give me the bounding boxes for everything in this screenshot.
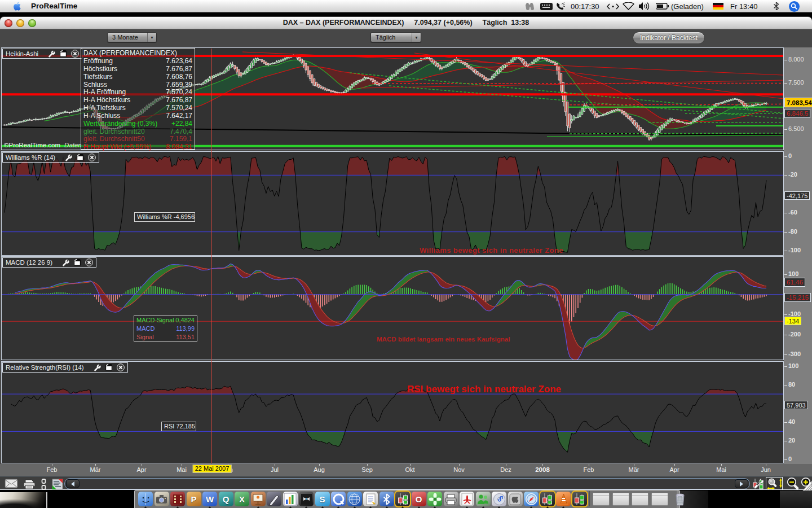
report-icon[interactable] [52, 479, 63, 490]
window-resize-grip[interactable] [802, 481, 812, 491]
menu-bar: ProRealTime 00:17:30 (Geladen) Fr 13:40 [0, 0, 812, 12]
window-copy-icon[interactable] [59, 50, 67, 58]
time-axis[interactable]: FebMärAprMaiJunJulAugSepOktNovDez2008Feb… [0, 464, 812, 476]
application-window: DAX – DAX (PERFORMANCEINDEX)7.094,37 (+0… [0, 17, 812, 490]
axis-tick-label: 6.500 [788, 125, 804, 132]
close-panel-icon[interactable] [71, 50, 79, 58]
dock-item-iphoto[interactable] [155, 492, 169, 506]
dock-item-vlc[interactable] [556, 492, 571, 506]
williams-chart-canvas[interactable] [2, 152, 783, 255]
battery-icon[interactable] [656, 0, 669, 12]
month-label: Apr [669, 466, 679, 473]
dock-item-safari[interactable] [524, 492, 539, 506]
window-copy-icon[interactable] [73, 259, 81, 266]
close-panel-icon[interactable] [88, 154, 96, 161]
dock-minimized-window[interactable] [612, 493, 629, 506]
scroll-left-button[interactable] [66, 479, 80, 488]
dock-item-keynote[interactable] [251, 492, 266, 506]
scroll-right-button[interactable] [735, 479, 748, 488]
horizontal-scrollbar[interactable] [64, 478, 750, 489]
dock[interactable]: PWQXSO [134, 490, 680, 508]
link-icon[interactable] [41, 479, 47, 490]
battery-status[interactable]: (Geladen) [671, 0, 704, 12]
dock-item-chart[interactable] [283, 492, 298, 506]
wrench-icon[interactable] [94, 364, 101, 371]
panel-macd[interactable]: MACD (12 26 9) MACD-Signal0,4824MACD113,… [1, 256, 784, 360]
info-row: Höchstkurs7.676,87 [83, 65, 192, 73]
indicator-backtest-button[interactable]: Indikator / Backtest [633, 32, 705, 44]
dock-item-printer[interactable] [444, 492, 458, 506]
panel-williams[interactable]: Williams %R (14) Williams %R -4,6956 Wil… [1, 151, 784, 256]
dock-item-excel[interactable]: X [235, 492, 249, 506]
window-copy-icon[interactable] [76, 154, 84, 161]
dock-minimized-window[interactable] [651, 493, 668, 506]
volume-icon[interactable] [639, 0, 650, 12]
keyboard-icon[interactable] [540, 0, 553, 12]
printer-icon [444, 492, 458, 506]
chart-settings-icon[interactable] [752, 478, 765, 491]
chevron-down-icon: ▼ [412, 33, 421, 42]
dock-item-ink[interactable] [267, 492, 281, 506]
dock-item-frontrow[interactable] [170, 492, 185, 506]
menu-datetime[interactable]: Fr 13:40 [730, 0, 757, 12]
title-period: Täglich 13:38 [483, 19, 529, 27]
axis-tick-label: -200 [788, 331, 801, 338]
arrows-icon[interactable] [607, 0, 619, 12]
month-label: Aug [314, 466, 325, 473]
month-tick [95, 464, 96, 466]
axis-tick-label: 8.000 [788, 56, 804, 63]
dock-item-proreal-3[interactable] [572, 492, 587, 506]
dock-minimized-window[interactable] [632, 493, 648, 506]
apple-menu-icon[interactable] [13, 2, 21, 11]
panel-rsi[interactable]: Relative Strength(RSI) (14) RSI 72,185 R… [1, 361, 784, 463]
dock-item-proreal-2[interactable] [540, 492, 555, 506]
print-icon[interactable] [23, 479, 36, 489]
dock-minimized-window[interactable] [593, 493, 610, 506]
dock-item-pages[interactable]: P [187, 492, 201, 506]
period-dropdown[interactable]: Täglich ▼ [370, 32, 421, 42]
zoom-drag-tool[interactable] [766, 477, 783, 490]
dock-trash[interactable] [673, 492, 687, 506]
dock-item-skype[interactable]: S [315, 492, 330, 506]
dock-item-globe[interactable] [347, 492, 362, 506]
dock-item-flower[interactable] [427, 492, 442, 506]
dock-item-ichat-people[interactable] [476, 492, 491, 506]
dock-item-opera[interactable]: O [412, 492, 426, 506]
airport-icon[interactable] [623, 0, 634, 12]
close-panel-icon[interactable] [117, 364, 125, 371]
wrench-icon[interactable] [48, 50, 55, 58]
dock-item-finder[interactable] [138, 492, 153, 506]
dock-item-word[interactable]: W [202, 492, 217, 506]
phone-icon[interactable] [556, 0, 565, 12]
dock-item-quicktime[interactable] [331, 492, 346, 506]
dock-item-quark[interactable]: Q [219, 492, 233, 506]
axis-tick-label: -100 [788, 247, 801, 253]
wrench-icon[interactable] [65, 154, 72, 161]
wrench-icon[interactable] [62, 259, 69, 266]
window-copy-icon[interactable] [105, 364, 113, 371]
dock-item-itunes[interactable] [492, 492, 506, 506]
range-dropdown[interactable]: 3 Monate ▼ [107, 32, 157, 42]
menu-clock[interactable]: 00:17:30 [571, 0, 599, 12]
dock-item-acrobat[interactable] [460, 492, 474, 506]
last-price-tag: 7.083,54 [784, 98, 812, 107]
dock-item-bluetooth[interactable] [379, 492, 394, 506]
binoculars-icon[interactable] [524, 0, 535, 12]
mail-icon[interactable] [5, 479, 18, 488]
panel-heikin-ashi[interactable]: Heikin-Ashi ©ProRealTime.comDaten s DAX … [1, 47, 784, 150]
macd-chart-canvas[interactable] [2, 257, 783, 360]
menu-app-name[interactable]: ProRealTime [31, 2, 77, 10]
month-label: Feb [47, 466, 58, 473]
dock-item-proreal-1[interactable] [395, 492, 410, 506]
bluetooth-icon[interactable] [774, 0, 779, 12]
spotlight-icon[interactable] [789, 0, 800, 12]
rsi-chart-canvas[interactable] [2, 362, 783, 463]
dock-item-suit[interactable] [299, 492, 314, 506]
window-title-bar[interactable]: DAX – DAX (PERFORMANCEINDEX)7.094,37 (+0… [0, 17, 812, 29]
flag-de-icon[interactable] [713, 0, 723, 12]
month-label: Apr [136, 466, 146, 473]
month-tick [319, 464, 320, 466]
dock-item-notes[interactable] [363, 492, 378, 506]
close-panel-icon[interactable] [85, 259, 93, 266]
dock-item-apple-box[interactable] [508, 492, 523, 506]
